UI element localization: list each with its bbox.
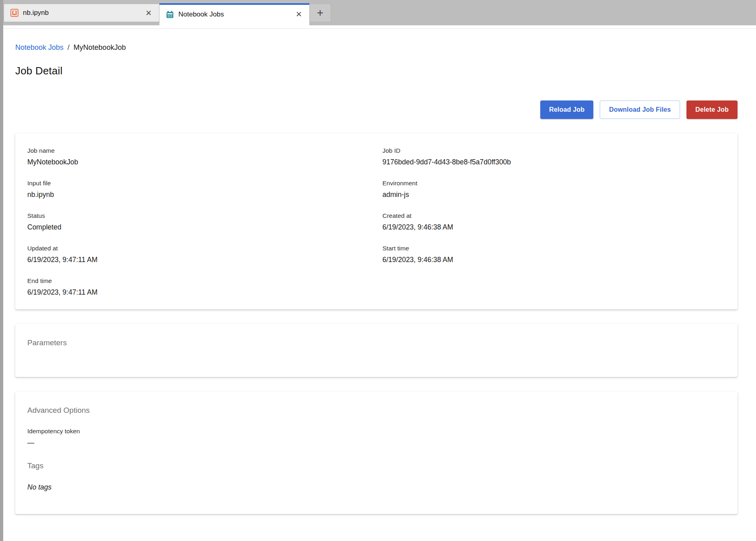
field-updated-at: Updated at 6/19/2023, 9:47:11 AM [27,244,382,265]
field-label: Updated at [27,244,382,252]
tags-heading: Tags [27,461,725,470]
field-label: Input file [27,179,382,187]
field-value: 6/19/2023, 9:46:38 AM [382,222,725,232]
field-label: Job name [27,146,382,155]
notebook-icon [10,9,18,17]
field-label: End time [27,277,382,285]
tab-label: nb.ipynb [23,9,139,17]
field-label: Created at [382,211,725,220]
field-idempotency-token: Idempotency token — [27,427,725,448]
tab-label: Notebook Jobs [178,10,290,18]
detail-column-left: Job name MyNotebookJob Input file nb.ipy… [27,146,382,297]
field-job-id: Job ID 9176bded-9dd7-4d43-8be8-f5a7d0ff3… [382,146,725,167]
field-input-file: Input file nb.ipynb [27,179,382,200]
breadcrumb-current: MyNotebookJob [74,43,126,52]
parameters-card: Parameters [15,324,738,377]
parameters-heading: Parameters [27,338,725,347]
tags-empty-text: No tags [27,483,725,492]
advanced-options-card: Advanced Options Idempotency token — Tag… [15,391,738,514]
field-value: Completed [27,222,382,232]
close-icon[interactable]: ✕ [144,8,153,18]
tab-nb-ipynb[interactable]: nb.ipynb ✕ [4,4,159,22]
field-value: 6/19/2023, 9:46:38 AM [382,254,725,265]
dock-tab-bar: nb.ipynb ✕ Notebook Jobs ✕ + [0,0,756,25]
field-label: Environment [382,179,725,187]
new-tab-button[interactable]: + [309,4,331,22]
job-actions: Reload Job Download Job Files Delete Job [15,100,738,119]
field-job-name: Job name MyNotebookJob [27,146,382,167]
field-value: MyNotebookJob [27,157,382,167]
advanced-options-heading: Advanced Options [27,406,725,415]
field-status: Status Completed [27,211,382,232]
plus-icon: + [317,6,323,19]
reload-job-button[interactable]: Reload Job [540,100,593,119]
close-icon[interactable]: ✕ [294,10,304,19]
field-value: 6/19/2023, 9:47:11 AM [27,254,382,265]
field-label: Status [27,211,382,220]
field-created-at: Created at 6/19/2023, 9:46:38 AM [382,211,725,232]
breadcrumb: Notebook Jobs / MyNotebookJob [15,43,738,52]
field-value: 6/19/2023, 9:47:11 AM [27,287,382,297]
job-detail-panel: Notebook Jobs / MyNotebookJob Job Detail… [0,43,756,514]
field-label: Idempotency token [27,427,725,435]
breadcrumb-separator: / [67,43,69,52]
delete-job-button[interactable]: Delete Job [687,100,738,119]
field-label: Job ID [382,146,725,155]
field-value: 9176bded-9dd7-4d43-8be8-f5a7d0ff300b [382,157,725,167]
field-value: nb.ipynb [27,189,382,200]
field-environment: Environment admin-js [382,179,725,200]
panel-left-edge [0,0,3,541]
calendar-icon [166,10,174,18]
detail-column-right: Job ID 9176bded-9dd7-4d43-8be8-f5a7d0ff3… [382,146,725,297]
breadcrumb-link-notebook-jobs[interactable]: Notebook Jobs [15,43,63,52]
job-detail-card: Job name MyNotebookJob Input file nb.ipy… [15,133,738,309]
field-start-time: Start time 6/19/2023, 9:46:38 AM [382,244,725,265]
page-title: Job Detail [15,65,738,77]
field-end-time: End time 6/19/2023, 9:47:11 AM [27,277,382,297]
tab-notebook-jobs[interactable]: Notebook Jobs ✕ [159,3,309,25]
field-value: admin-js [382,189,725,200]
field-value: — [27,437,725,448]
toolbar-divider [3,25,756,29]
field-label: Start time [382,244,725,252]
download-job-files-button[interactable]: Download Job Files [600,100,680,119]
